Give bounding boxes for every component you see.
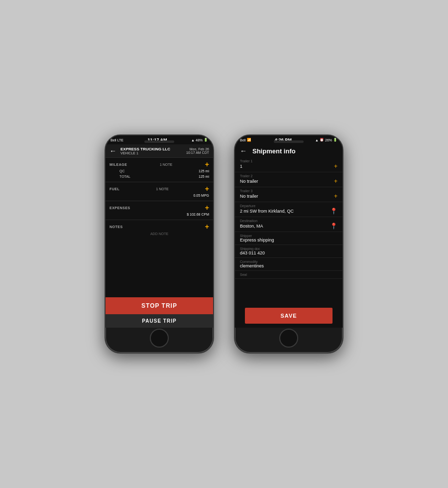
back-button-2[interactable]: ← [240,147,247,155]
shipper-value: Express shipping [240,238,274,243]
status-bar-phone1: Bell LTE 11:17 AM ▲ 48% 🔋 [106,135,213,144]
header-date: Mon, Feb 26 10:17 AM CDT [186,147,209,154]
trailer3-value: No trailer [240,194,258,199]
mileage-row-total: TOTAL 125 mi [110,174,209,179]
departure-location-icon[interactable]: 📍 [330,208,337,215]
location-icon: ▲ [191,138,195,142]
notes-section: NOTES + ADD NOTE [106,220,213,240]
destination-row: Boston, MA 📍 [240,223,337,230]
vehicle-name: VEHICLE 1 [120,151,184,155]
battery-info-2: ▲ ⏰ 26% 🔋 [315,138,337,142]
carrier-label: Bell [111,138,116,142]
battery-icon-2: 🔋 [333,138,337,142]
seal-field: Seal [235,271,342,279]
seal-label: Seal [240,273,337,276]
back-button[interactable]: ← [110,147,116,155]
shipment-title: Shipment info [252,147,296,155]
mileage-header: MILEAGE 1 NOTE + [110,160,209,168]
status-bar-phone2: Bell 📶 4:26 PM ▲ ⏰ 26% 🔋 [235,135,342,144]
phone-1: Bell LTE 11:17 AM ▲ 48% 🔋 ← EXPRESS TRUC… [105,134,214,354]
qc-label: QC [110,169,125,173]
mileage-note: 1 NOTE [160,163,172,166]
shipper-row: Express shipping [240,238,337,243]
trailer2-value: No trailer [240,179,258,184]
trailer1-row: 1 + [240,163,337,170]
wifi-icon: 📶 [247,138,251,142]
trailer2-label: Trailer 2 [240,174,337,178]
trailer1-field: Trailer 1 1 + [235,157,342,172]
total-label: TOTAL [110,175,130,178]
fuel-section: FUEL 1 NOTE + 0.05 MPG [106,182,213,201]
mileage-label: MILEAGE [110,163,127,166]
trailer3-row: No trailer + [240,193,337,200]
alarm-icon: ⏰ [320,138,324,142]
add-note-text[interactable]: ADD NOTE [110,231,209,237]
departure-row: 2 mi SW from Kirkland, QC 📍 [240,208,337,215]
trailer3-label: Trailer 3 [240,189,337,193]
notes-header: NOTES + [110,223,209,231]
time-label-2: 4:26 PM [275,137,292,142]
expenses-label: EXPENSES [110,206,130,210]
trailer2-field: Trailer 2 No trailer + [235,172,342,187]
trailer3-add-icon[interactable]: + [334,193,337,200]
shipper-label: Shipper [240,234,337,238]
trailer1-add-icon[interactable]: + [334,163,337,170]
signal-info: Bell LTE [111,138,123,142]
battery-info: ▲ 48% 🔋 [191,138,208,142]
qc-value: 125 mi [199,169,209,173]
fuel-add-button[interactable]: + [205,185,209,193]
location-icon-2: ▲ [315,138,319,142]
departure-label: Departure [240,204,337,208]
shipping-doc-row: d43 011 420 [240,250,337,255]
shipping-doc-value: d43 011 420 [240,250,265,255]
trailer2-add-icon[interactable]: + [334,178,337,185]
mileage-section: MILEAGE 1 NOTE + QC 125 mi TOTAL 125 mi [106,157,213,182]
shipping-doc-label: Shipping doc [240,247,337,250]
trailer1-label: Trailer 1 [240,159,337,163]
battery-label-2: 26% [325,138,332,142]
notes-add-button[interactable]: + [205,223,209,231]
expenses-section: EXPENSES + $ 102.68 CPM [106,201,213,220]
company-name: EXPRESS TRUCKING LLC [120,147,184,151]
commodity-label: Commodity [240,260,337,263]
battery-icon: 🔋 [204,138,208,142]
time-label: 11:17 AM [147,137,167,142]
fuel-note: 1 NOTE [156,187,168,191]
shipment-fields: Trailer 1 1 + Trailer 2 No trailer + Tra… [235,157,342,328]
mileage-add-button[interactable]: + [205,160,209,168]
commodity-field: Commodity clementines [235,258,342,271]
signal-info-2: Bell 📶 [240,138,251,142]
mpg-value: 0.05 MPG [110,193,209,198]
shipper-field: Shipper Express shipping [235,232,342,245]
fuel-header: FUEL 1 NOTE + [110,185,209,193]
network-label: LTE [117,138,123,142]
notes-label: NOTES [110,225,123,229]
shipment-header: ← Shipment info [235,144,342,157]
total-value: 125 mi [199,175,209,178]
pause-trip-button[interactable]: PAUSE TRIP [106,314,213,328]
battery-label: 48% [196,138,203,142]
carrier-label-2: Bell [240,138,246,142]
expenses-header: EXPENSES + [110,204,209,212]
trailer3-field: Trailer 3 No trailer + [235,187,342,202]
destination-label: Destination [240,219,337,223]
shipping-doc-field: Shipping doc d43 011 420 [235,245,342,258]
departure-value: 2 mi SW from Kirkland, QC [240,209,294,214]
trip-time: 10:17 AM CDT [186,151,209,154]
cpm-value: $ 102.68 CPM [110,212,209,217]
commodity-value: clementines [240,263,264,268]
app-header: ← EXPRESS TRUCKING LLC VEHICLE 1 Mon, Fe… [106,144,213,157]
expenses-add-button[interactable]: + [205,204,209,212]
commodity-row: clementines [240,263,337,268]
destination-field: Destination Boston, MA 📍 [235,217,342,232]
destination-location-icon[interactable]: 📍 [330,223,337,230]
destination-value: Boston, MA [240,224,263,229]
save-button[interactable]: SAVE [245,308,333,324]
stop-trip-button[interactable]: STOP TRIP [106,297,213,314]
trip-date: Mon, Feb 26 [186,147,209,151]
departure-field: Departure 2 mi SW from Kirkland, QC 📍 [235,202,342,217]
mileage-row-qc: QC 125 mi [110,168,209,174]
trailer2-row: No trailer + [240,178,337,185]
header-info: EXPRESS TRUCKING LLC VEHICLE 1 [120,147,184,155]
trailer1-value: 1 [240,164,242,169]
